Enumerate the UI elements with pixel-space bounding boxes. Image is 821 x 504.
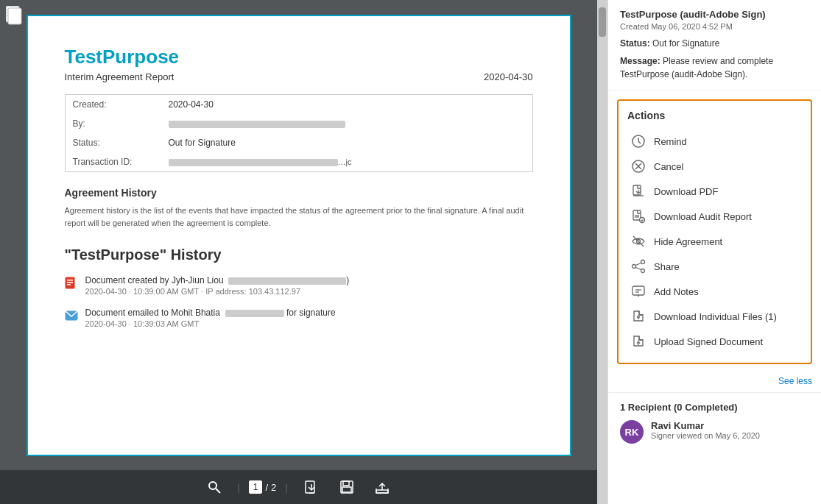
remind-icon [630,133,646,149]
history-item: Document emailed to Mohit Bhatia for sig… [65,308,533,328]
add-notes-action[interactable]: Add Notes [627,279,802,304]
download-individual-label: Download Individual Files (1) [654,311,777,322]
history-content-1: Document created by Jyh-Jiun Liou ) 2020… [85,275,350,296]
status-value: Out for Signature [161,133,532,152]
search-button[interactable] [200,476,228,498]
svg-point-30 [640,218,645,223]
status-value: Out for Signature [652,38,719,49]
download-pdf-label: Download PDF [654,186,718,197]
download-audit-action[interactable]: Download Audit Report [627,204,802,229]
upload-signed-action[interactable]: Upload Signed Document [627,329,802,354]
vertical-scrollbar[interactable] [597,0,607,504]
actions-panel: Actions Remind Cancel [617,99,812,364]
download-pdf-icon [630,183,646,199]
svg-rect-38 [633,286,644,295]
total-pages: 2 [271,482,276,493]
created-value: 2020-04-30 [161,95,532,114]
page-separator: / [265,482,268,493]
add-notes-label: Add Notes [654,286,699,297]
recipients-title: 1 Recipient (0 Completed) [620,402,809,413]
download-audit-icon [630,208,646,224]
document-toolbar: | 1 / 2 | [0,470,597,504]
download-page-button[interactable] [297,475,326,499]
svg-line-32 [633,236,644,246]
right-panel: TestPurpose (audit-Adobe Sign) Created M… [607,0,821,504]
svg-rect-12 [306,481,314,493]
history-section-title: "TestPurpose" History [65,246,533,263]
actions-title: Actions [627,110,802,121]
status-label: Status: [620,38,650,49]
svg-line-37 [636,268,641,270]
doc-info-table: Created: 2020-04-30 By: Status: Out for … [65,94,533,172]
by-label: By: [66,114,161,133]
doc-emailed-icon [65,309,78,322]
document-viewer: TestPurpose Interim Agreement Report 202… [0,0,597,504]
agreement-history-title: Agreement History [65,187,533,199]
svg-rect-7 [67,282,73,283]
status-label: Status: [66,133,161,152]
cancel-label: Cancel [654,161,683,172]
svg-rect-16 [343,481,349,486]
doc-subtitle: Interim Agreement Report [65,71,175,82]
toolbar-divider-2: | [285,482,287,493]
svg-point-35 [641,269,645,273]
hide-agreement-label: Hide Agreement [654,236,722,247]
download-individual-action[interactable]: Download Individual Files (1) [627,304,802,329]
download-audit-label: Download Audit Report [654,211,752,222]
see-less-link[interactable]: See less [608,373,821,392]
share-action[interactable]: Share [627,254,802,279]
svg-rect-8 [67,284,71,285]
agreement-name: TestPurpose (audit-Adobe Sign) [620,9,809,20]
hide-agreement-action[interactable]: Hide Agreement [627,229,802,254]
recipients-section: 1 Recipient (0 Completed) RK Ravi Kumar … [608,392,821,452]
document-page: TestPurpose Interim Agreement Report 202… [27,15,571,456]
doc-date: 2020-04-30 [484,71,533,82]
current-page: 1 [249,480,263,494]
txn-label: Transaction ID: [66,152,161,171]
hide-agreement-icon [630,233,646,249]
document-scroll-area[interactable]: TestPurpose Interim Agreement Report 202… [0,0,597,470]
search-icon [208,480,221,494]
recipient-avatar: RK [620,420,644,444]
upload-button[interactable] [367,475,397,499]
download-pdf-action[interactable]: Download PDF [627,179,802,204]
remind-action[interactable]: Remind [627,129,802,154]
download-page-icon [304,480,319,494]
txn-value: …jc [161,152,532,171]
upload-icon [375,480,390,494]
history-content-2: Document emailed to Mohit Bhatia for sig… [85,308,336,328]
scrollbar-thumb[interactable] [599,7,606,37]
agreement-created: Created May 06, 2020 4:52 PM [620,22,809,31]
upload-signed-icon [630,333,646,349]
message-line: Message: Please review and complete Test… [620,54,809,81]
svg-point-33 [641,260,645,264]
svg-rect-6 [67,280,73,281]
cancel-icon [630,158,646,174]
svg-point-10 [209,482,216,489]
page-thumbnail-icon [6,6,22,25]
svg-rect-24 [633,185,641,195]
by-value [161,114,532,133]
doc-created-icon [65,277,78,290]
svg-point-34 [633,265,636,269]
svg-line-11 [216,489,220,493]
recipient-status: Signer viewed on May 6, 2020 [651,431,760,440]
svg-line-36 [636,263,641,266]
recipient-name: Ravi Kumar [651,420,760,431]
cancel-action[interactable]: Cancel [627,154,802,179]
svg-rect-17 [342,487,351,492]
doc-title: TestPurpose [65,46,533,68]
svg-rect-4 [8,8,21,24]
page-info: 1 / 2 [249,480,277,494]
recipient-initials: RK [625,427,639,438]
share-label: Share [654,261,680,272]
toolbar-divider-1: | [237,482,239,493]
save-button[interactable] [332,475,362,499]
download-individual-icon [630,308,646,324]
share-icon [630,258,646,274]
created-label: Created: [66,95,161,114]
save-icon [339,480,354,494]
upload-signed-label: Upload Signed Document [654,336,763,347]
message-label: Message: [620,56,660,66]
agreement-history-text: Agreement history is the list of the eve… [65,205,533,229]
